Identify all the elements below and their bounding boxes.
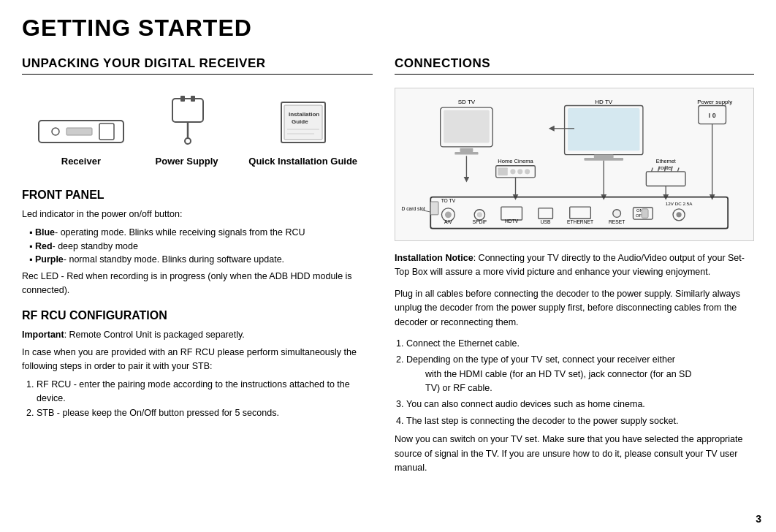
ethernet-router-label: Ethernet [656, 159, 676, 164]
voltage-label: 12V DC 2.5A [666, 201, 693, 206]
svg-rect-26 [510, 169, 515, 174]
connections-diagram: SD TV HD TV Power supply Home Cinema [395, 88, 754, 241]
rcu-section: RF RCU CONFIGURATION Important: Remote C… [22, 309, 373, 420]
receiver-label: Receiver [61, 156, 101, 167]
spdif-label: SPDIF [472, 219, 487, 224]
svg-rect-27 [517, 169, 522, 174]
power-supply-item: Power Supply [156, 95, 218, 167]
svg-rect-22 [594, 155, 614, 158]
sd-card-slot-label: SD card slot [401, 206, 425, 211]
installation-notice-label: Installation Notice [395, 253, 473, 263]
svg-rect-45 [430, 202, 438, 215]
svg-line-36 [677, 167, 679, 171]
connections-svg: SD TV HD TV Power supply Home Cinema [401, 94, 748, 235]
unpacking-items: Receiver Power Supply [22, 88, 373, 167]
unpacking-section-title: UNPACKING YOUR DIGITAL RECEIVER [22, 56, 373, 75]
svg-rect-21 [568, 108, 639, 151]
to-tv-label: TO TV [441, 198, 456, 203]
svg-rect-18 [454, 152, 478, 155]
red-label: Red [35, 241, 53, 251]
purple-text: - normal standby mode. Blinks during sof… [64, 254, 284, 265]
bottom-notice: Now you can switch on your TV set. Make … [395, 433, 754, 475]
svg-rect-55 [642, 209, 648, 218]
svg-point-47 [445, 211, 452, 218]
install-step-2-sub1: with the HDMI cable (for an HD TV set), … [406, 368, 754, 381]
svg-point-8 [185, 138, 191, 144]
power-supply-icon [161, 95, 213, 150]
rcu-step-2: STB - please keep the On/Off button pres… [37, 406, 373, 420]
rcu-step-1: RF RCU - enter the pairing mode accordin… [37, 378, 373, 406]
svg-text:I 0: I 0 [709, 112, 716, 119]
install-step-4: The last step is connecting the decoder … [406, 414, 754, 428]
power-supply-diagram-label: Power supply [697, 99, 732, 105]
sd-tv-label: SD TV [458, 99, 476, 105]
blue-led-item: Blue- operating mode. Blinks while recei… [29, 226, 373, 240]
receiver-item: Receiver [37, 113, 125, 167]
svg-rect-28 [525, 169, 530, 174]
usb-label: USB [541, 219, 551, 224]
home-cinema-label: Home Cinema [498, 158, 533, 164]
front-panel-section: FRONT PANEL Led indicator in the power o… [22, 189, 373, 297]
rcu-steps: RF RCU - enter the pairing mode accordin… [22, 378, 373, 420]
front-panel-title: FRONT PANEL [22, 189, 373, 202]
installation-steps: Connect the Ethernet cable. Depending on… [395, 337, 754, 428]
rec-led-text: Rec LED - Red when recording is in progr… [22, 270, 373, 297]
guide-icon: Installation Guide [274, 99, 332, 150]
svg-point-53 [613, 210, 621, 218]
front-panel-list: Blue- operating mode. Blinks while recei… [22, 226, 373, 297]
left-column: UNPACKING YOUR DIGITAL RECEIVER Receiver [22, 56, 373, 475]
right-column: CONNECTIONS SD TV HD TV Power supply [395, 56, 754, 475]
install-step-2-text: Depending on the type of your TV set, co… [406, 354, 754, 395]
svg-rect-51 [539, 208, 553, 218]
red-led-item: Red- deep standby mode [29, 240, 373, 254]
connections-section-title: CONNECTIONS [395, 56, 754, 75]
hd-tv-label: HD TV [595, 99, 613, 105]
svg-rect-5 [180, 96, 185, 102]
blue-text: - operating mode. Blinks while receiving… [55, 227, 305, 238]
svg-rect-1 [99, 123, 114, 140]
page-number: 3 [756, 513, 761, 525]
svg-rect-3 [66, 128, 92, 135]
front-panel-intro: Led indicator in the power on/off button… [22, 208, 373, 221]
quick-guide-item: Installation Guide Quick Installation Gu… [248, 99, 357, 167]
svg-text:Guide: Guide [292, 118, 308, 125]
rcu-important: Important: Remote Control Unit is packag… [22, 328, 373, 342]
av-label: A/V [444, 219, 452, 224]
svg-rect-17 [460, 148, 473, 152]
svg-line-44 [422, 210, 432, 213]
reset-label: RESET [609, 219, 625, 224]
install-step-3: You can also connect audio devices such … [406, 398, 754, 411]
svg-rect-31 [646, 172, 685, 186]
svg-rect-52 [570, 207, 591, 218]
installation-notice: Installation Notice: Connecting your TV … [395, 251, 754, 280]
quick-guide-label: Quick Installation Guide [248, 156, 357, 167]
svg-line-32 [652, 167, 653, 171]
svg-rect-25 [498, 167, 507, 175]
svg-text:Installation: Installation [289, 111, 319, 118]
svg-rect-6 [191, 96, 195, 102]
hdtv-label: HDTV [505, 218, 519, 224]
rcu-body: In case when you are provided with an RF… [22, 346, 373, 373]
rcu-title: RF RCU CONFIGURATION [22, 309, 373, 322]
page-title: GETTING STARTED [22, 15, 754, 42]
install-step-1: Connect the Ethernet cable. [406, 337, 754, 351]
svg-rect-4 [172, 99, 203, 122]
plug-text: Plug in all cables before connecting the… [395, 287, 754, 330]
svg-point-2 [52, 128, 59, 135]
red-text: - deep standby mode [53, 241, 138, 251]
svg-point-57 [677, 212, 682, 217]
power-supply-label: Power Supply [156, 156, 218, 167]
svg-rect-23 [584, 158, 623, 161]
svg-rect-50 [501, 207, 522, 220]
purple-led-item: Purple- normal standby mode. Blinks duri… [29, 253, 373, 267]
rcu-important-label: Important [22, 330, 64, 340]
rcu-important-text: : Remote Control Unit is packaged separe… [64, 330, 245, 340]
install-step-2: Depending on the type of your TV set, co… [406, 353, 754, 395]
purple-label: Purple [35, 254, 64, 265]
receiver-icon [37, 113, 125, 150]
install-step-2-sub2: TV) or RF cable. [406, 381, 754, 395]
svg-rect-16 [444, 110, 490, 143]
svg-point-49 [477, 212, 482, 217]
blue-label: Blue [35, 227, 55, 238]
ethernet-label: ETHERNET [567, 219, 593, 224]
